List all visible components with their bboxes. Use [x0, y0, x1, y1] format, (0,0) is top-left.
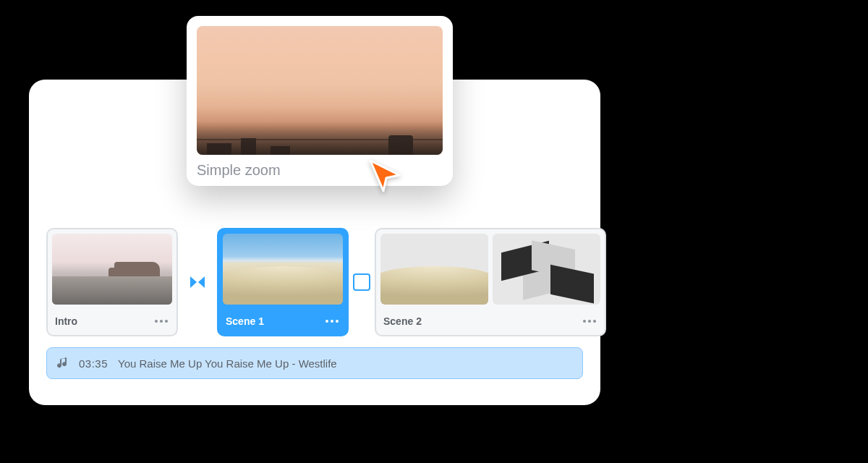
music-note-icon [57, 357, 69, 370]
effect-preview-thumbnail [197, 26, 443, 155]
scene-subthumb [380, 234, 488, 305]
scene-card-scene2[interactable]: Scene 2 [375, 228, 606, 336]
transition-icon[interactable] [188, 273, 207, 292]
cursor-icon [366, 158, 404, 198]
more-icon[interactable] [153, 315, 169, 328]
scene-footer: Scene 1 [218, 309, 347, 335]
effect-preview-card[interactable]: Simple zoom [187, 16, 453, 186]
timeline: Intro Scene 1 [46, 228, 606, 336]
scene-card-scene1[interactable]: Scene 1 [217, 228, 349, 336]
scene-footer: Intro [48, 309, 176, 335]
scene-subthumb [493, 234, 600, 305]
scene-thumbnail [223, 234, 343, 305]
scene-label: Intro [55, 315, 77, 327]
audio-title: You Raise Me Up You Raise Me Up - Westli… [118, 357, 337, 370]
resize-handle[interactable] [353, 273, 370, 291]
scene-thumbnail [52, 234, 172, 305]
more-icon[interactable] [324, 315, 340, 328]
scene-label: Scene 2 [383, 315, 422, 327]
scene-thumbnail [380, 234, 600, 305]
effect-preview-label: Simple zoom [197, 162, 443, 179]
more-icon[interactable] [582, 315, 597, 328]
audio-time: 03:35 [79, 357, 108, 370]
scene-footer: Scene 2 [376, 309, 605, 335]
audio-track[interactable]: 03:35 You Raise Me Up You Raise Me Up - … [46, 347, 583, 379]
scene-label: Scene 1 [226, 315, 264, 327]
scene-card-intro[interactable]: Intro [46, 228, 178, 336]
